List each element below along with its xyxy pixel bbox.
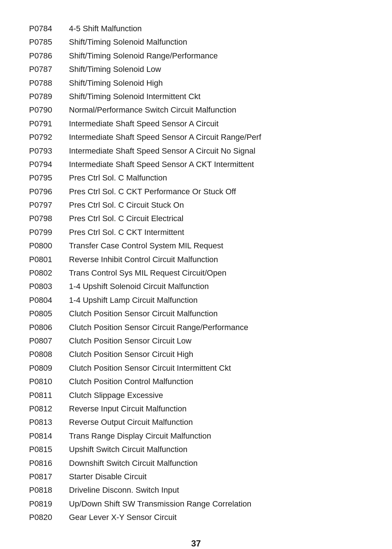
list-item: P0820Gear Lever X-Y Sensor Circuit [29, 511, 363, 524]
dtc-description: Clutch Position Sensor Circuit Malfuncti… [69, 307, 363, 320]
list-item: P0793Intermediate Shaft Speed Sensor A C… [29, 144, 363, 158]
dtc-description: Starter Disable Circuit [69, 470, 363, 483]
dtc-description: Gear Lever X-Y Sensor Circuit [69, 511, 363, 524]
dtc-code: P0807 [29, 334, 69, 347]
list-item: P0787Shift/Timing Solenoid Low [29, 62, 363, 76]
dtc-description: Pres Ctrl Sol. C Malfunction [69, 171, 363, 184]
dtc-description: Pres Ctrl Sol. C Circuit Electrical [69, 212, 363, 225]
list-item: P0801Reverse Inhibit Control Circuit Mal… [29, 253, 363, 266]
dtc-code: P0798 [29, 212, 69, 225]
dtc-code: P0784 [29, 22, 69, 35]
dtc-code: P0812 [29, 402, 69, 415]
list-item: P0813Reverse Output Circuit Malfunction [29, 415, 363, 429]
list-item: P0816Downshift Switch Circuit Malfunctio… [29, 456, 363, 470]
list-item: P0794Intermediate Shaft Speed Sensor A C… [29, 158, 363, 171]
dtc-code: P0791 [29, 117, 69, 130]
dtc-code: P0818 [29, 483, 69, 497]
dtc-description: Clutch Position Sensor Circuit Intermitt… [69, 361, 363, 375]
dtc-code: P0788 [29, 76, 69, 90]
list-item: P0798Pres Ctrl Sol. C Circuit Electrical [29, 212, 363, 225]
dtc-code: P0819 [29, 497, 69, 511]
dtc-description: Pres Ctrl Sol. C CKT Performance Or Stuc… [69, 185, 363, 198]
dtc-description: Shift/Timing Solenoid Range/Performance [69, 49, 363, 62]
dtc-code: P0802 [29, 266, 69, 280]
list-item: P0800Transfer Case Control System MIL Re… [29, 239, 363, 252]
dtc-description: Clutch Position Control Malfunction [69, 375, 363, 388]
dtc-code: P0799 [29, 225, 69, 239]
dtc-description: Reverse Output Circuit Malfunction [69, 415, 363, 429]
list-item: P08031-4 Upshift Solenoid Circuit Malfun… [29, 280, 363, 293]
list-item: P0809Clutch Position Sensor Circuit Inte… [29, 361, 363, 375]
dtc-description: Shift/Timing Solenoid Low [69, 62, 363, 76]
dtc-code: P0801 [29, 253, 69, 266]
list-item: P0795Pres Ctrl Sol. C Malfunction [29, 171, 363, 184]
dtc-description: Upshift Switch Circuit Malfunction [69, 443, 363, 456]
dtc-description: Clutch Position Sensor Circuit Range/Per… [69, 321, 363, 334]
list-item: P0788Shift/Timing Solenoid High [29, 76, 363, 90]
list-item: P0815Upshift Switch Circuit Malfunction [29, 443, 363, 456]
list-item: P0819Up/Down Shift SW Transmission Range… [29, 497, 363, 511]
list-item: P0802Trans Control Sys MIL Request Circu… [29, 266, 363, 280]
list-item: P0810Clutch Position Control Malfunction [29, 375, 363, 388]
dtc-description: Intermediate Shaft Speed Sensor A CKT In… [69, 158, 363, 171]
list-item: P0811Clutch Slippage Excessive [29, 389, 363, 402]
list-item: P08041-4 Upshift Lamp Circuit Malfunctio… [29, 293, 363, 307]
dtc-description: Reverse Inhibit Control Circuit Malfunct… [69, 253, 363, 266]
dtc-description: Driveline Disconn. Switch Input [69, 483, 363, 497]
list-item: P0797Pres Ctrl Sol. C Circuit Stuck On [29, 198, 363, 212]
dtc-description: 1-4 Upshift Solenoid Circuit Malfunction [69, 280, 363, 293]
dtc-code: P0795 [29, 171, 69, 184]
list-item: P0817Starter Disable Circuit [29, 470, 363, 483]
dtc-description: Up/Down Shift SW Transmission Range Corr… [69, 497, 363, 511]
list-item: P0806Clutch Position Sensor Circuit Rang… [29, 321, 363, 334]
list-item: P0792Intermediate Shaft Speed Sensor A C… [29, 130, 363, 144]
dtc-description: Clutch Slippage Excessive [69, 389, 363, 402]
dtc-description: Trans Control Sys MIL Request Circuit/Op… [69, 266, 363, 280]
dtc-code: P0794 [29, 158, 69, 171]
list-item: P0807Clutch Position Sensor Circuit Low [29, 334, 363, 347]
dtc-description: Pres Ctrl Sol. C Circuit Stuck On [69, 198, 363, 212]
dtc-code: P0811 [29, 389, 69, 402]
dtc-code: P0793 [29, 144, 69, 158]
list-item: P0791Intermediate Shaft Speed Sensor A C… [29, 117, 363, 130]
dtc-code: P0810 [29, 375, 69, 388]
dtc-code: P0817 [29, 470, 69, 483]
dtc-description: Intermediate Shaft Speed Sensor A Circui… [69, 144, 363, 158]
dtc-description: Intermediate Shaft Speed Sensor A Circui… [69, 130, 363, 144]
list-item: P0818Driveline Disconn. Switch Input [29, 483, 363, 497]
list-item: P0789Shift/Timing Solenoid Intermittent … [29, 90, 363, 103]
dtc-description: Trans Range Display Circuit Malfunction [69, 429, 363, 443]
dtc-description: Reverse Input Circuit Malfunction [69, 402, 363, 415]
dtc-description: Shift/Timing Solenoid Intermittent Ckt [69, 90, 363, 103]
dtc-description: Downshift Switch Circuit Malfunction [69, 456, 363, 470]
dtc-code: P0815 [29, 443, 69, 456]
dtc-description: Shift/Timing Solenoid High [69, 76, 363, 90]
dtc-description: Shift/Timing Solenoid Malfunction [69, 35, 363, 49]
dtc-code: P0805 [29, 307, 69, 320]
dtc-code: P0809 [29, 361, 69, 375]
list-item: P0790Normal/Performance Switch Circuit M… [29, 103, 363, 117]
dtc-description: Pres Ctrl Sol. C CKT Intermittent [69, 225, 363, 239]
dtc-code: P0800 [29, 239, 69, 252]
dtc-code: P0792 [29, 130, 69, 144]
list-item: P0786Shift/Timing Solenoid Range/Perform… [29, 49, 363, 62]
list-item: P0808Clutch Position Sensor Circuit High [29, 347, 363, 361]
dtc-code: P0806 [29, 321, 69, 334]
dtc-description: Clutch Position Sensor Circuit High [69, 347, 363, 361]
dtc-code: P0820 [29, 511, 69, 524]
dtc-code: P0816 [29, 456, 69, 470]
dtc-code: P0787 [29, 62, 69, 76]
dtc-code: P0790 [29, 103, 69, 117]
dtc-description: 4-5 Shift Malfunction [69, 22, 363, 35]
list-item: P0799Pres Ctrl Sol. C CKT Intermittent [29, 225, 363, 239]
dtc-description: Normal/Performance Switch Circuit Malfun… [69, 103, 363, 117]
dtc-description: Intermediate Shaft Speed Sensor A Circui… [69, 117, 363, 130]
dtc-code: P0813 [29, 415, 69, 429]
dtc-code: P0796 [29, 185, 69, 198]
list-item: P07844-5 Shift Malfunction [29, 22, 363, 35]
list-item: P0785Shift/Timing Solenoid Malfunction [29, 35, 363, 49]
dtc-code: P0797 [29, 198, 69, 212]
dtc-code: P0785 [29, 35, 69, 49]
dtc-code: P0789 [29, 90, 69, 103]
list-item: P0805Clutch Position Sensor Circuit Malf… [29, 307, 363, 320]
